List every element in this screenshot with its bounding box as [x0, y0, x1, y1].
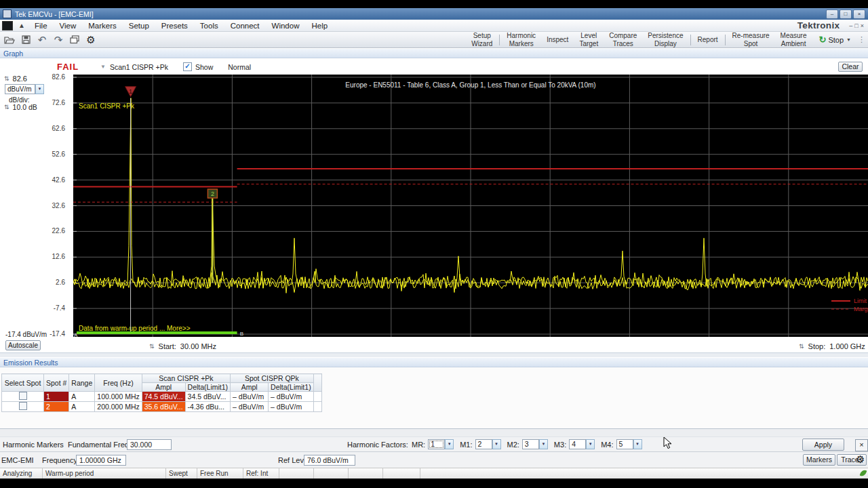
spot-checkbox[interactable]	[19, 392, 27, 400]
setup-wizard-button[interactable]: Setup Wizard	[466, 31, 498, 47]
y-tick-label: 72.6	[24, 99, 65, 106]
eject-icon: ▲	[17, 22, 26, 30]
factor-select-mr[interactable]: 1▼	[428, 439, 454, 449]
open-file-icon[interactable]	[3, 34, 16, 46]
harmonic-markers-button[interactable]: Harmonic Markers	[501, 31, 541, 47]
table-row: 2A200.000 MHz35.6 dBuV...-4.36 dBu...– d…	[2, 402, 322, 412]
compare-traces-button[interactable]: Compare Traces	[604, 31, 642, 47]
factor-value: 1	[428, 439, 445, 449]
persistence-display-button[interactable]: Persistence Display	[642, 31, 688, 47]
col-range[interactable]: Range	[69, 374, 95, 392]
menu-item-connect[interactable]: Connect	[224, 21, 266, 30]
graph-area: FAIL ⇅ 82.6 dBuV/m ▼ dB/div: ⇅ 10.0 dB ▼…	[0, 58, 868, 352]
factor-dropdown-arrow-icon[interactable]: ▼	[445, 439, 454, 449]
bottom-letterbox	[0, 479, 868, 488]
fundamental-freq-input[interactable]: 30.000 MHz	[127, 439, 172, 450]
freq-cell: 200.000 MHz	[95, 402, 142, 412]
undo-icon[interactable]: ↶	[35, 34, 49, 46]
autoscale-button[interactable]: Autoscale	[5, 340, 41, 350]
graph-panel-header: Graph	[0, 48, 868, 58]
menu-item-help[interactable]: Help	[305, 21, 334, 30]
factor-dropdown-arrow-icon[interactable]: ▼	[492, 439, 501, 449]
mdi-minimize-button[interactable]: –	[849, 22, 852, 29]
range-cell: A	[69, 402, 95, 412]
trace-selector-caret-icon[interactable]: ▼	[100, 64, 106, 70]
harmonic-factor-m3: M3:4▼	[554, 439, 595, 449]
start-label: Start:	[159, 342, 176, 350]
clear-button[interactable]: Clear	[838, 62, 863, 72]
menu-item-tools[interactable]: Tools	[194, 21, 224, 30]
y-tick-label: 42.6	[24, 176, 65, 184]
menu-item-window[interactable]: Window	[266, 21, 306, 30]
mdi-close-button[interactable]: ×	[861, 22, 864, 29]
y-tick-label: 62.6	[24, 125, 65, 132]
factor-select-m1[interactable]: 2▼	[475, 439, 501, 449]
redo-icon[interactable]: ↷	[52, 34, 65, 46]
toolbar-separator	[690, 35, 691, 45]
save-icon[interactable]	[19, 34, 33, 46]
select-spot-cell[interactable]	[2, 392, 44, 402]
harmonic-factor-m2: M2:3▼	[507, 439, 548, 449]
spectrum-plot[interactable]: 12Europe - EN55011 - Table 6, Class A, G…	[73, 75, 868, 337]
menu-item-markers[interactable]: Markers	[82, 21, 123, 30]
markers-button[interactable]: Markers	[803, 454, 835, 466]
mdi-restore-button[interactable]: □	[854, 22, 858, 29]
col-freq[interactable]: Freq (Hz)	[95, 374, 142, 392]
col-scan-ampl[interactable]: Ampl	[142, 383, 185, 392]
factor-select-m3[interactable]: 4▼	[569, 439, 595, 449]
ref-lev-input[interactable]: 76.0 dBuV/m	[304, 455, 355, 466]
spot-delta-cell: – dBuV/m	[269, 402, 314, 412]
spot-checkbox[interactable]	[19, 402, 27, 410]
inspect-button[interactable]: Inspect	[541, 35, 574, 44]
app-icon	[3, 9, 12, 18]
frequency-input[interactable]: 1.00000 GHz	[76, 455, 126, 466]
menu-item-file[interactable]: File	[28, 21, 54, 30]
factor-value: 2	[475, 439, 492, 449]
emc-settings-gear-icon[interactable]: ⚙	[856, 453, 865, 466]
factor-value: 5	[616, 439, 633, 449]
menu-item-setup[interactable]: Setup	[123, 21, 155, 30]
window-title: Tek EMCVu - [EMC-EMI]	[15, 10, 94, 18]
toolbar: ↶ ↷ ⚙ Setup WizardHarmonic MarkersInspec…	[0, 32, 868, 48]
status-empty-cell	[383, 468, 420, 479]
menu-item-presets[interactable]: Presets	[155, 21, 194, 30]
factor-dropdown-arrow-icon[interactable]: ▼	[539, 439, 548, 449]
col-spot-delta[interactable]: Delta(Limit1)	[269, 383, 314, 392]
factor-select-m4[interactable]: 5▼	[616, 439, 642, 449]
measure-ambient-button[interactable]: Measure Ambient	[775, 31, 812, 47]
factor-dropdown-arrow-icon[interactable]: ▼	[586, 439, 595, 449]
settings-gear-icon[interactable]: ⚙	[84, 34, 98, 46]
show-checkbox[interactable]: ✓	[183, 62, 192, 71]
col-spot-ampl[interactable]: Ampl	[231, 383, 269, 392]
harmonic-bar-close-button[interactable]: ×	[855, 439, 868, 451]
level-target-button[interactable]: Level Target	[574, 31, 604, 47]
stop-dropdown-caret[interactable]: ▼	[846, 37, 851, 42]
y-tick-label: 2.6	[24, 279, 65, 286]
menu-items: FileViewMarkersSetupPresetsToolsConnectW…	[28, 22, 334, 30]
stop-spinner-icon[interactable]: ⇅	[799, 343, 804, 350]
col-scan-delta[interactable]: Delta(Limit1)	[185, 383, 231, 392]
cascade-windows-icon[interactable]	[68, 34, 81, 46]
factor-select-m2[interactable]: 3▼	[522, 439, 548, 449]
re-measure-spot-button[interactable]: Re-measure Spot	[727, 31, 775, 47]
trace-mode-label[interactable]: Normal	[228, 63, 251, 71]
close-button[interactable]: ×	[853, 9, 865, 19]
start-value[interactable]: 30.00 MHz	[180, 342, 216, 350]
start-spinner-icon[interactable]: ⇅	[149, 343, 155, 350]
factor-dropdown-arrow-icon[interactable]: ▼	[633, 439, 642, 449]
minimize-button[interactable]: –	[826, 9, 838, 19]
ref-lev-label: Ref Lev	[278, 456, 304, 464]
select-spot-cell[interactable]	[2, 402, 44, 412]
stop-control[interactable]: ↻ Stop ▼	[819, 35, 851, 45]
col-select-spot[interactable]: Select Spot	[2, 374, 44, 392]
apply-button[interactable]: Apply	[802, 439, 844, 451]
maximize-button[interactable]: □	[840, 9, 852, 19]
col-spot-number[interactable]: Spot #	[44, 374, 69, 392]
emc-emi-bar: EMC-EMI Frequency 1.00000 GHz Ref Lev 76…	[0, 451, 868, 468]
stop-freq-value[interactable]: 1.000 GHz	[829, 342, 865, 350]
trace-selector[interactable]: Scan1 CISPR +Pk	[110, 63, 168, 71]
menu-item-view[interactable]: View	[54, 21, 83, 30]
report-button[interactable]: Report	[692, 35, 724, 44]
filler-cell	[313, 392, 321, 402]
svg-text:Scan1 CISPR +Pk: Scan1 CISPR +Pk	[79, 102, 135, 110]
